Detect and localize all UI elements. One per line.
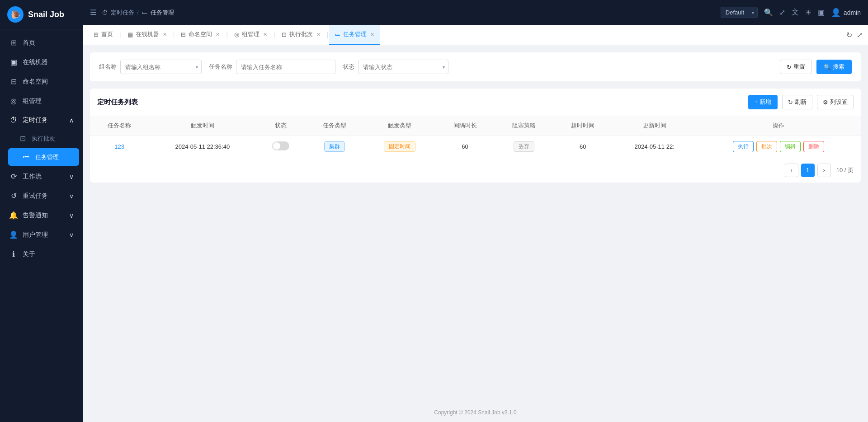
execute-button[interactable]: 执行 — [733, 141, 754, 152]
filter-status: 状态 ▾ — [343, 60, 448, 74]
new-button[interactable]: + 新增 — [748, 95, 778, 109]
reset-label: 重置 — [793, 63, 805, 71]
next-page-button[interactable]: › — [817, 164, 831, 177]
tab-group-mgmt-close[interactable]: ✕ — [263, 32, 267, 38]
chevron-right-icon2: ∨ — [69, 192, 74, 200]
expand-icon[interactable]: ⤢ — [779, 8, 785, 17]
cell-task-type: 集群 — [305, 136, 364, 158]
header-right: Default 🔍 ⤢ 文 ☀ ▣ 👤 admin — [721, 7, 861, 18]
table-body: 123 2024-05-11 22:36:40 集群 固定时间 60 — [90, 136, 861, 158]
tab-fullscreen-icon[interactable]: ⤢ — [857, 31, 863, 39]
edit-button[interactable]: 编辑 — [780, 141, 801, 152]
sidebar-group-workflow: ⟳ 工作流 ∨ — [0, 167, 83, 186]
table-row: 123 2024-05-11 22:36:40 集群 固定时间 60 — [90, 136, 861, 158]
trigger-type-badge: 固定时间 — [384, 141, 415, 152]
settings-label: 列设置 — [830, 98, 848, 106]
tab-task-mgmt-close[interactable]: ✕ — [370, 32, 374, 38]
pagination: ‹ 1 › 10 / 页 — [90, 158, 861, 183]
delete-button[interactable]: 删除 — [803, 141, 824, 152]
tab-group-mgmt-icon: ◎ — [234, 31, 239, 38]
menu-toggle-icon[interactable]: ☰ — [90, 8, 96, 17]
user-menu[interactable]: 👤 admin — [831, 8, 861, 18]
sidebar-group-retry-header[interactable]: ↺ 重试任务 ∨ — [0, 186, 83, 206]
cell-row-actions: 执行 批次 编辑 删除 — [697, 136, 861, 158]
sidebar-item-home[interactable]: ⊞ 首页 — [0, 33, 83, 52]
filter-actions: ↻ 重置 🔍 搜索 — [780, 60, 852, 74]
sidebar-group-user-mgmt-label: 用户管理 — [23, 231, 48, 239]
tab-namespace-close[interactable]: ✕ — [216, 32, 220, 38]
col-actions: 操作 — [697, 116, 861, 136]
user-avatar-icon: 👤 — [831, 8, 841, 18]
breadcrumb-item1[interactable]: 定时任务 — [111, 9, 134, 17]
logo: 🐌 Snail Job — [0, 0, 83, 29]
tab-exec-batch[interactable]: ⊡ 执行批次 ✕ — [276, 25, 326, 45]
page-1-button[interactable]: 1 — [801, 164, 815, 177]
filter-bar: 组名称 ▾ 任务名称 状态 ▾ ↻ 重置 — [90, 52, 861, 81]
sidebar-group-scheduled-header[interactable]: ⏱ 定时任务 ∧ — [0, 111, 83, 130]
sidebar-item-namespace[interactable]: ⊟ 命名空间 — [0, 72, 83, 91]
task-name-link[interactable]: 123 — [114, 143, 124, 150]
sidebar-nav: ⊞ 首页 ▣ 在线机器 ⊟ 命名空间 ◎ 组管理 ⏱ 定时任务 ∧ — [0, 29, 83, 422]
tab-online-machines-close[interactable]: ✕ — [163, 32, 167, 38]
theme-icon[interactable]: ☀ — [805, 8, 811, 17]
sidebar-item-group-mgmt-label: 组管理 — [23, 97, 42, 105]
reset-button[interactable]: ↻ 重置 — [780, 60, 812, 74]
task-mgmt-icon: ≔ — [22, 153, 31, 161]
tab-namespace[interactable]: ⊟ 命名空间 ✕ — [175, 25, 225, 45]
tab-exec-batch-close[interactable]: ✕ — [316, 32, 321, 38]
tab-group-mgmt[interactable]: ◎ 组管理 ✕ — [229, 25, 273, 45]
refresh-button[interactable]: ↻ 刷新 — [782, 95, 812, 109]
sidebar-group-workflow-header[interactable]: ⟳ 工作流 ∨ — [0, 167, 83, 186]
sidebar-group-user-mgmt-header[interactable]: 👤 用户管理 ∨ — [0, 225, 83, 244]
sidebar-group-alerts-header[interactable]: 🔔 告警通知 ∨ — [0, 206, 83, 225]
sidebar-item-online-machines[interactable]: ▣ 在线机器 — [0, 52, 83, 72]
tab-sep-2: | — [173, 31, 175, 38]
layout-icon[interactable]: ▣ — [818, 8, 825, 17]
tab-sep-4: | — [274, 31, 275, 38]
cell-interval: 60 — [435, 136, 494, 158]
tab-refresh-icon[interactable]: ↻ — [846, 31, 852, 39]
retry-icon: ↺ — [9, 192, 18, 200]
status-toggle[interactable] — [272, 141, 289, 150]
sidebar-group-scheduled-label: 定时任务 — [23, 116, 48, 124]
search-button[interactable]: 🔍 搜索 — [816, 60, 852, 74]
cell-timeout: 60 — [553, 136, 612, 158]
breadcrumb-icon: ⏱ — [102, 9, 108, 16]
prev-page-button[interactable]: ‹ — [785, 164, 798, 177]
filter-task-name-input[interactable] — [236, 60, 335, 74]
tab-home-icon: ⊞ — [94, 31, 99, 38]
column-settings-button[interactable]: ⚙ 列设置 — [817, 95, 854, 109]
sidebar-group-retry-label: 重试任务 — [23, 192, 48, 200]
breadcrumb-separator: / — [137, 9, 139, 16]
env-select[interactable]: Default — [721, 7, 758, 18]
refresh-label: 刷新 — [795, 98, 807, 106]
search-icon[interactable]: 🔍 — [764, 8, 773, 17]
tab-home[interactable]: ⊞ 首页 — [88, 25, 118, 45]
tab-online-machines-label: 在线机器 — [136, 30, 159, 38]
tab-home-label: 首页 — [101, 30, 113, 38]
filter-group-name-label: 组名称 — [99, 63, 117, 71]
tab-online-machines[interactable]: ▤ 在线机器 ✕ — [122, 25, 172, 45]
filter-task-name-label: 任务名称 — [209, 63, 232, 71]
cell-trigger-type: 固定时间 — [364, 136, 435, 158]
user-mgmt-icon: 👤 — [9, 230, 18, 239]
sidebar-group-user-mgmt: 👤 用户管理 ∨ — [0, 225, 83, 244]
tab-sep-5: | — [327, 31, 329, 38]
filter-status-label: 状态 — [343, 63, 354, 71]
sidebar-item-task-mgmt-label: 任务管理 — [35, 153, 59, 161]
sidebar-item-online-machines-label: 在线机器 — [23, 58, 48, 66]
sidebar-group-workflow-left: ⟳ 工作流 — [9, 172, 42, 181]
sidebar-item-task-mgmt[interactable]: ≔ 任务管理 — [8, 148, 79, 166]
new-label: + 新增 — [755, 98, 771, 106]
batch-button[interactable]: 批次 — [756, 141, 777, 152]
sidebar-item-about[interactable]: ℹ 关于 — [0, 244, 83, 264]
filter-group-name-input[interactable] — [120, 60, 202, 74]
sidebar-item-group-mgmt[interactable]: ◎ 组管理 — [0, 91, 83, 111]
filter-status-input[interactable] — [358, 60, 448, 74]
chevron-down-icon: ∧ — [69, 117, 74, 124]
col-interval: 间隔时长 — [435, 116, 494, 136]
tab-task-mgmt[interactable]: ≔ 任务管理 ✕ — [329, 25, 380, 45]
language-icon[interactable]: 文 — [792, 8, 799, 17]
sidebar-group-alerts: 🔔 告警通知 ∨ — [0, 206, 83, 225]
sidebar-item-exec-batch[interactable]: ⊡ 执行批次 — [5, 130, 83, 147]
